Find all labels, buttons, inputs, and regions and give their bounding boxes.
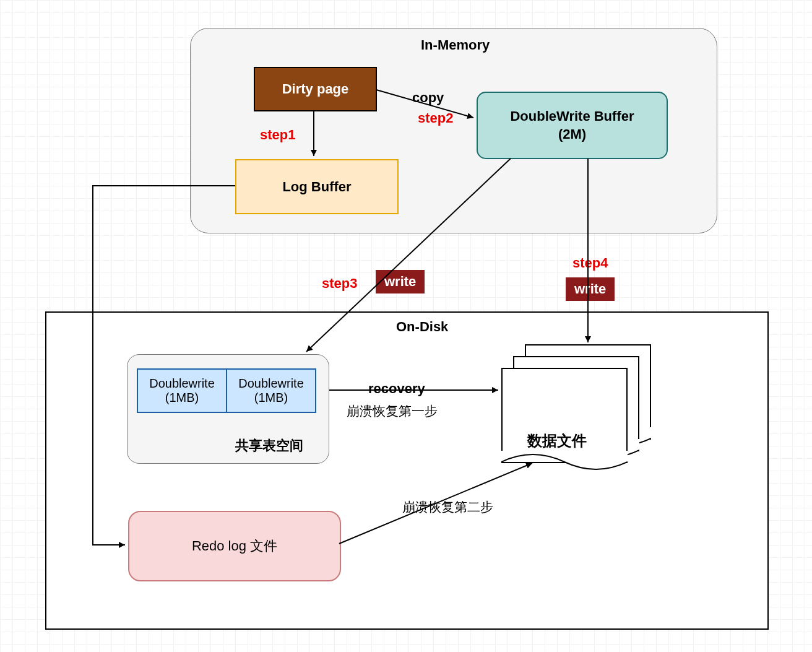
dw1-line1: Doublewrite <box>149 376 215 391</box>
log-buffer-box: Log Buffer <box>235 159 399 214</box>
redo-log-label: Redo log 文件 <box>192 537 277 555</box>
data-file-label: 数据文件 <box>527 431 587 451</box>
step1-label: step1 <box>260 127 295 143</box>
data-file-stack: 数据文件 <box>501 344 650 468</box>
write-tag-1: write <box>376 270 425 293</box>
write-tag-2: write <box>566 277 615 301</box>
dw1-line2: (1MB) <box>165 391 199 405</box>
doublewrite-buffer-label-line2: (2M) <box>558 126 586 144</box>
write-tag-2-label: write <box>574 281 606 297</box>
recovery-label: recovery <box>368 381 425 397</box>
copy-label: copy <box>412 90 444 106</box>
wave-bottom-icon <box>501 451 628 473</box>
doublewrite-cell-2: Doublewrite (1MB) <box>227 368 316 413</box>
in-memory-title: In-Memory <box>421 37 490 53</box>
log-buffer-label: Log Buffer <box>282 179 351 195</box>
redo-log-box: Redo log 文件 <box>128 511 341 581</box>
step4-label: step4 <box>572 255 608 271</box>
doublewrite-buffer-label-line1: DoubleWrite Buffer <box>510 108 634 126</box>
dirty-page-box: Dirty page <box>254 67 377 111</box>
dw2-line2: (1MB) <box>254 391 288 405</box>
diagram-stage: In-Memory Dirty page DoubleWrite Buffer … <box>0 0 812 652</box>
doublewrite-buffer-box: DoubleWrite Buffer (2M) <box>477 92 668 159</box>
on-disk-title: On-Disk <box>396 319 448 335</box>
dirty-page-label: Dirty page <box>282 81 349 97</box>
recovery-step1-sub: 崩溃恢复第一步 <box>347 402 438 420</box>
step3-label: step3 <box>322 276 357 292</box>
step2-label: step2 <box>418 110 453 126</box>
doublewrite-cell-1: Doublewrite (1MB) <box>137 368 227 413</box>
data-file-sheet-front: 数据文件 <box>501 368 628 463</box>
write-tag-1-label: write <box>384 274 416 289</box>
shared-tablespace-label: 共享表空间 <box>235 437 303 455</box>
dw2-line1: Doublewrite <box>238 376 304 391</box>
recovery-step2-sub: 崩溃恢复第二步 <box>402 498 493 516</box>
shared-tablespace-cells: Doublewrite (1MB) Doublewrite (1MB) <box>137 368 316 413</box>
